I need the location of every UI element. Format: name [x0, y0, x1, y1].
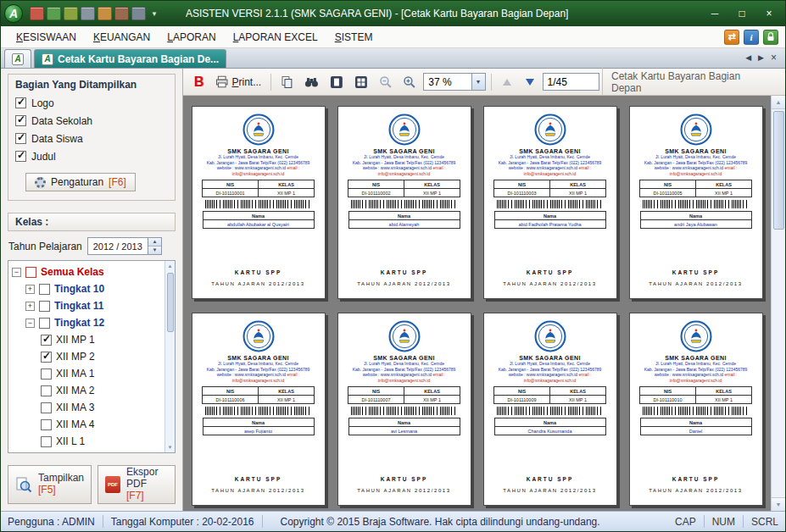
qat-icon-2[interactable] [47, 7, 61, 20]
option-logo[interactable]: Logo [15, 94, 168, 112]
spinner-buttons: ▲ ▼ [148, 238, 161, 254]
class-checkbox[interactable] [41, 369, 52, 380]
menu-sistem[interactable]: SISTEM [326, 27, 382, 47]
tree-row-class[interactable]: XII MA 2 [41, 382, 163, 399]
tahun-pelajaran-spinner[interactable]: 2012 / 2013 ▲ ▼ [87, 237, 162, 255]
logo-checkbox[interactable] [15, 97, 26, 108]
tree-row-class[interactable]: XII L 1 [41, 433, 163, 450]
minimize-button[interactable]: ─ [702, 4, 727, 23]
find-button[interactable] [300, 72, 323, 92]
tampilkan-button[interactable]: Tampilkan [F5] [8, 465, 92, 504]
print-button[interactable]: Print... [211, 72, 265, 92]
spinner-down-icon[interactable]: ▼ [148, 246, 161, 254]
single-page-view-button[interactable] [326, 72, 348, 92]
tree-row-class[interactable]: XII MA 1 [41, 365, 163, 382]
class-checkbox[interactable] [41, 453, 52, 454]
semua-kelas-checkbox[interactable] [25, 267, 36, 278]
expander-icon[interactable]: + [25, 302, 35, 311]
scroll-up-icon[interactable]: ▲ [168, 261, 173, 271]
class-checkbox[interactable] [41, 352, 52, 363]
tahun-pelajaran-value[interactable]: 2012 / 2013 [88, 241, 148, 252]
menu-laporan[interactable]: LAPORAN [159, 27, 224, 47]
tree-row-tingkat-12[interactable]: − Tingkat 12 [25, 314, 163, 331]
tutwuri-handayani-logo-icon [534, 320, 566, 352]
tab-scroll-right-icon[interactable]: ▶ [758, 53, 764, 62]
tree-scrollbar-thumb[interactable] [167, 273, 174, 332]
tree-row-class[interactable]: XII L 2 [41, 450, 163, 453]
option-judul[interactable]: Judul [15, 147, 168, 165]
page-number-input[interactable] [544, 74, 599, 90]
menu-kesiswaan[interactable]: KESISWAAN [8, 27, 85, 47]
tingkat-10-checkbox[interactable] [39, 284, 50, 295]
tab-scroll-left-icon[interactable]: ◀ [745, 53, 751, 62]
scroll-down-icon[interactable]: ▼ [772, 497, 785, 511]
previous-page-button[interactable] [497, 72, 517, 92]
expander-icon[interactable]: − [12, 268, 21, 277]
tree-row-semua-kelas[interactable]: − Semua Kelas [12, 263, 163, 280]
lock-icon[interactable] [763, 30, 778, 45]
data-siswa-checkbox[interactable] [15, 133, 26, 144]
preview-scrollbar[interactable]: ▲ ▼ [771, 96, 785, 511]
qat-dropdown-icon[interactable]: ▼ [148, 10, 160, 18]
maximize-button[interactable]: □ [729, 4, 755, 23]
expander-icon[interactable]: + [25, 285, 35, 294]
tree-row-class[interactable]: XII MA 3 [41, 399, 163, 416]
zoom-level-input[interactable] [424, 74, 471, 90]
tree-row-tingkat-11[interactable]: + Tingkat 11 [25, 297, 163, 314]
expander-icon[interactable]: − [25, 319, 35, 328]
preview-scrollbar-thumb[interactable] [773, 111, 784, 230]
tree-row-class[interactable]: XII MP 1 [41, 331, 163, 348]
barcode [497, 407, 604, 415]
kelas-value: XII MP 1 [550, 396, 606, 404]
page-number-field[interactable] [543, 73, 599, 91]
pengaturan-button[interactable]: Pengaturan [F6] [25, 173, 136, 191]
qat-database-icon[interactable] [131, 7, 146, 20]
class-checkbox[interactable] [41, 436, 52, 447]
menu-keuangan[interactable]: KEUANGAN [85, 27, 159, 47]
close-button[interactable]: × [756, 4, 782, 23]
card-address-line3: website : www.smksagarageni.sch.id email… [198, 165, 320, 176]
tree-row-class[interactable]: XII MP 2 [41, 348, 163, 365]
tab-home[interactable]: A [4, 49, 31, 68]
multi-page-view-button[interactable] [350, 72, 372, 92]
sidebar: Bagian Yang Ditampilkan Logo Data Sekola… [1, 69, 183, 511]
qat-icon-6[interactable] [114, 7, 129, 20]
judul-checkbox[interactable] [15, 151, 26, 162]
class-checkbox[interactable] [41, 335, 52, 346]
class-checkbox[interactable] [41, 419, 52, 430]
sync-icon[interactable]: ⇄ [724, 30, 739, 45]
kelas-header: KELAS [259, 387, 315, 396]
zoom-in-button[interactable] [399, 72, 421, 92]
menu-laporan-excel[interactable]: LAPORAN EXCEL [225, 27, 326, 47]
next-page-button[interactable] [520, 72, 540, 92]
spinner-up-icon[interactable]: ▲ [148, 238, 161, 246]
info-icon[interactable]: i [744, 30, 759, 45]
class-checkbox[interactable] [41, 402, 52, 413]
data-sekolah-checkbox[interactable] [15, 115, 26, 126]
nis-value: DI-101110007 [348, 396, 404, 404]
tutwuri-handayani-logo-icon [388, 114, 421, 146]
zoom-out-button[interactable] [375, 72, 397, 92]
tree-row-tingkat-10[interactable]: + Tingkat 10 [25, 280, 163, 297]
class-checkbox[interactable] [41, 385, 52, 396]
preview-toolbar: B Print... [183, 69, 785, 96]
tree-row-class[interactable]: XII MA 4 [41, 416, 163, 433]
tingkat-12-checkbox[interactable] [39, 318, 50, 329]
copy-button[interactable] [276, 72, 298, 92]
tingkat-11-checkbox[interactable] [39, 301, 50, 312]
tree-scrollbar[interactable]: ▲ ▼ [164, 261, 175, 452]
qat-icon-3[interactable] [64, 7, 78, 20]
logo-label: Logo [31, 97, 54, 109]
qat-icon-1[interactable] [30, 7, 44, 20]
scroll-down-icon[interactable]: ▼ [168, 442, 173, 452]
ekspor-pdf-button[interactable]: PDF Ekspor PDF [F7] [98, 465, 176, 504]
option-data-siswa[interactable]: Data Siswa [15, 130, 168, 147]
qat-tools-icon[interactable] [98, 7, 112, 20]
tab-close-icon[interactable]: × [771, 52, 777, 64]
combo-dropdown-icon[interactable]: ▼ [471, 74, 485, 90]
qat-lock-icon[interactable] [81, 7, 95, 20]
scroll-up-icon[interactable]: ▲ [772, 96, 785, 109]
tab-cetak-kartu[interactable]: A Cetak Kartu Bayaran Bagian De... [34, 49, 226, 68]
option-data-sekolah[interactable]: Data Sekolah [15, 112, 168, 130]
zoom-level-combo[interactable]: ▼ [423, 73, 485, 91]
